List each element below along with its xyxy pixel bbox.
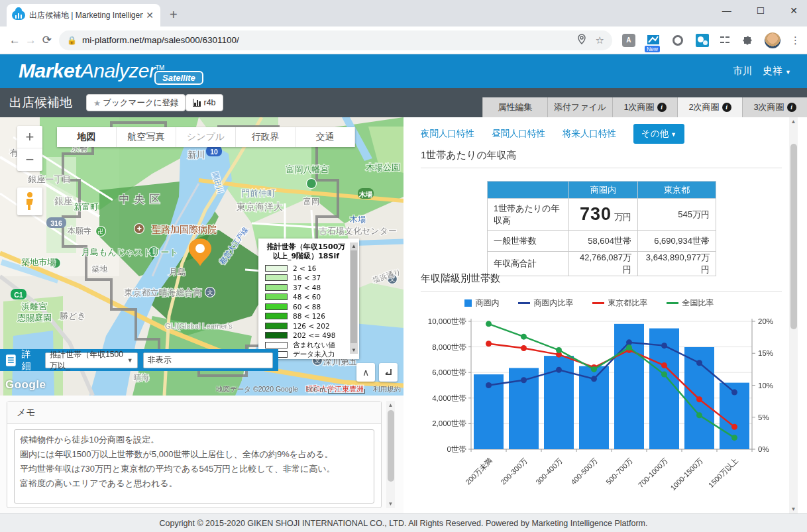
panel-tab-other-dropdown[interactable]: その他▼ [633,124,684,144]
legend-label: 60 < 88 [293,303,321,311]
svg-text:築地: 築地 [91,264,108,274]
apps-grid-icon[interactable] [720,35,730,46]
scroll-thumb[interactable] [790,144,797,329]
panel-tab-夜間人口特性[interactable]: 夜間人口特性 [421,128,474,140]
income-table-corner [488,182,569,199]
population-tabs: 夜間人口特性昼間人口特性将来人口特性その他▼ [421,124,684,144]
profile-avatar[interactable] [765,32,780,48]
panel-tab-将来人口特性[interactable]: 将来人口特性 [563,128,616,140]
new-tab-button[interactable]: + [170,8,178,21]
map-zoom-control: + − [17,126,42,171]
scroll-down-icon[interactable]: ▼ [789,506,798,512]
scroll-thumb[interactable] [388,410,394,482]
tab-属性編集[interactable]: 属性編集 [482,97,547,117]
tab-1次商圏[interactable]: 1次商圏i [612,97,677,117]
terms-link[interactable]: 利用規約 [373,385,401,394]
svg-text:20%: 20% [758,317,773,325]
svg-text:316: 316 [50,219,62,227]
page-title: 出店候補地 [9,94,72,111]
corner-tool-button[interactable] [379,363,398,382]
detail-document-icon[interactable] [5,354,17,367]
table-row: 1世帯あたりの年収高730万円545万円 [488,199,716,231]
tab-2次商圏[interactable]: 2次商圏i [677,97,742,117]
panel-scrollbar[interactable]: ▲ ▼ [789,117,798,513]
svg-text:300-400万: 300-400万 [534,456,564,486]
legend-item: 48 < 60 [265,292,347,302]
map-legend-panel[interactable]: 推計世帯（年収1500万 以上_9階級）18Sif 2 < 1616 < 373… [258,239,359,359]
back-button[interactable]: ← [7,34,23,47]
svg-text:門前仲町: 門前仲町 [241,188,276,198]
info-icon: i [722,103,731,112]
collapse-panel-button[interactable]: ∧ [356,363,375,382]
svg-text:0%: 0% [758,445,769,453]
legend-scroll-down-icon[interactable]: ▼ [350,347,358,353]
window-minimize-button[interactable]: — [722,5,731,16]
browser-menu-icon[interactable]: ⋮ [790,34,800,46]
location-pin-icon[interactable] [577,34,586,46]
legend-title: 推計世帯（年収1500万 以上_9階級）18Sif [265,242,347,261]
streetview-pegman[interactable] [17,187,42,215]
legend-swatch [265,342,288,348]
legend-label: 含まれない値 [293,341,335,350]
svg-text:卍: 卍 [98,228,104,235]
browser-tab[interactable]: 出店候補地 | Marketing Intelligen ✕ [7,4,160,27]
address-bar[interactable]: 🔒 mi-platform.net/map/sales000/6301100/ … [59,30,612,50]
window-maximize-button[interactable]: ☐ [757,5,765,16]
tab-3次商圏[interactable]: 3次商圏i [742,97,807,117]
svg-text:浜離宮: 浜離宮 [22,301,48,311]
legend-swatch [265,332,288,339]
layer-select[interactable]: 推計世帯（年収1500万以_▼ [45,352,138,368]
user-menu[interactable]: 市川 史祥 ▼ [733,65,791,78]
reload-button[interactable]: ⟳ [39,33,55,47]
legend-item: 2 < 16 [265,264,347,274]
scroll-up-icon[interactable]: ▲ [386,402,395,408]
svg-text:東京都立晴海総合高: 東京都立晴海総合高 [125,288,202,297]
extensions-puzzle-icon[interactable] [740,33,755,48]
map-type-tab-地図[interactable]: 地図 [57,127,117,147]
legend-scrollbar[interactable]: ▲ ▼ [350,242,358,354]
legend-label: 16 < 37 [293,274,321,282]
chart-legend: 商圏内商圏内比率東京都比率全国比率 [404,297,775,309]
new-extension-icon[interactable]: New [646,33,661,48]
blue-app-extension-icon[interactable] [695,33,710,48]
tab-添付ファイル[interactable]: 添付ファイル [547,97,612,117]
display-select[interactable]: 非表示 [143,352,273,368]
bookmark-star-icon[interactable]: ☆ [596,34,604,46]
map-container[interactable]: 316C110473木場 ✚卍文文文 有楽町京橋銀座一丁目銀座銀座中央区新富町新… [0,117,404,396]
extensions-row: A New ⋮ [621,32,800,48]
page-toolbar: 出店候補地 ★ブックマークに登録 r4b 属性編集添付ファイル1次商圏i2次商圏… [0,88,807,117]
zoom-in-button[interactable]: + [17,126,42,148]
satellite-badge: Satellite [154,71,203,85]
svg-text:400-500万: 400-500万 [569,456,599,486]
map-type-tab-行政界[interactable]: 行政界 [236,127,296,147]
detail-label[interactable]: 詳細 [22,348,40,372]
legend-scroll-up-icon[interactable]: ▲ [350,243,358,249]
memo-scrollbar[interactable]: ▲ ▼ [386,401,395,508]
marketanalyzer-logo: MarketAnalyzerTM [19,60,164,82]
pdf-extension-icon[interactable]: A [621,33,636,48]
forward-button[interactable]: → [23,34,38,47]
zoom-out-button[interactable]: − [17,148,42,171]
map-scale-bar: 500 m [306,386,365,394]
scroll-down-icon[interactable]: ▼ [386,501,395,507]
bookmark-register-button[interactable]: ★ブックマークに登録 [86,94,186,111]
legend-label: データ未入力 [293,350,335,359]
map-layer-bar: 詳細 推計世帯（年収1500万以_▼ 非表示 [0,349,278,371]
svg-text:新富町: 新富町 [74,202,99,211]
income-table-header-area: 商圏内 [569,182,638,199]
scroll-up-icon[interactable]: ▲ [789,119,798,125]
tab-close-icon[interactable]: ✕ [144,10,155,21]
url-text[interactable]: mi-platform.net/map/sales000/6301100/ [82,35,568,45]
map-type-tab-シンプル[interactable]: シンプル [176,127,236,147]
star-icon: ★ [93,98,101,108]
panel-tab-昼間人口特性[interactable]: 昼間人口特性 [492,128,545,140]
income-table-header-tokyo: 東京都 [638,182,716,199]
map-type-tab-交通[interactable]: 交通 [296,127,355,147]
legend-scroll-thumb[interactable] [350,250,357,343]
r4b-button[interactable]: r4b [186,94,223,111]
window-close-button[interactable]: ✕ [790,5,798,16]
memo-textarea[interactable]: 候補物件から徒歩10分商圏を設定。 圏内には年収1500万以上世帯数が5,000… [14,429,374,504]
map-type-tab-航空写真[interactable]: 航空写真 [117,127,176,147]
circle-extension-icon[interactable] [671,33,685,48]
svg-text:700-1000万: 700-1000万 [637,456,669,489]
